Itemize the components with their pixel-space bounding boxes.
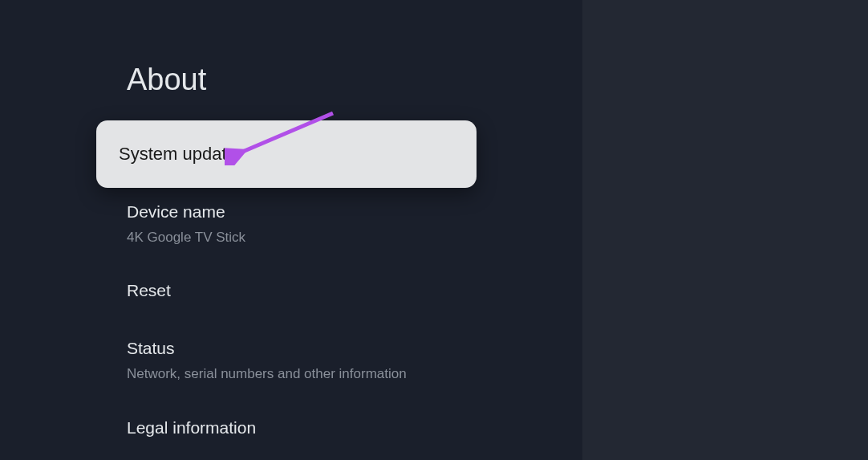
menu-item-device-name[interactable]: Device name 4K Google TV Stick xyxy=(127,202,480,246)
menu-item-legal-information[interactable]: Legal information xyxy=(127,418,480,438)
main-panel: About System update Device name 4K Googl… xyxy=(0,0,582,460)
menu-item-label: System update xyxy=(119,144,237,165)
menu-item-label: Legal information xyxy=(127,418,480,438)
menu-item-label: Device name xyxy=(127,202,480,222)
page-title: About xyxy=(127,63,206,97)
menu-item-reset[interactable]: Reset xyxy=(127,281,480,300)
menu-item-value: 4K Google TV Stick xyxy=(127,230,480,246)
menu-item-system-update[interactable]: System update xyxy=(96,120,477,188)
menu-item-status[interactable]: Status Network, serial numbers and other… xyxy=(127,339,480,382)
menu-item-sublabel: Network, serial numbers and other inform… xyxy=(127,366,480,382)
menu-item-label: Reset xyxy=(127,281,480,300)
side-panel xyxy=(582,0,868,460)
menu-item-label: Status xyxy=(127,339,480,358)
